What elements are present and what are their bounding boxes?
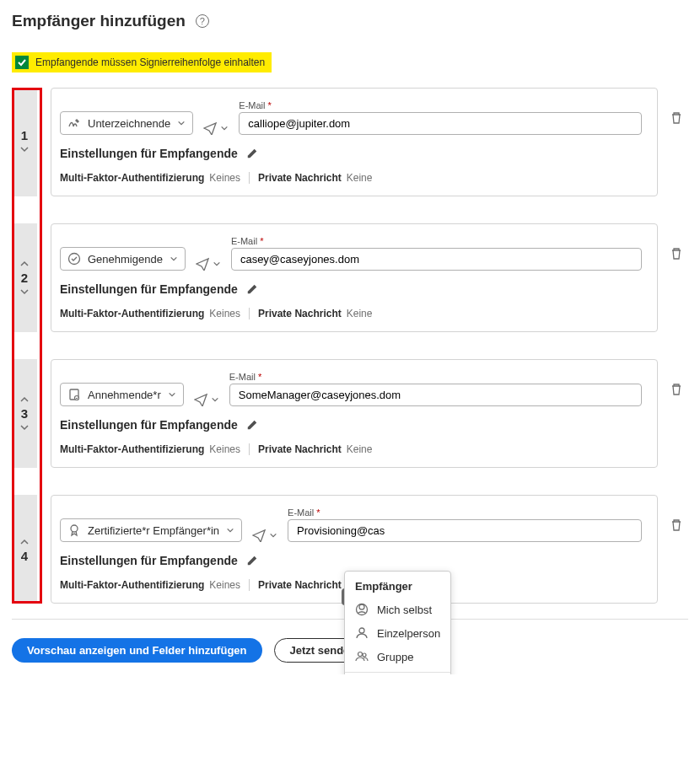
recipient-card: Unterzeichnende E-Mail * Einstellungen f…: [51, 88, 658, 196]
move-down-icon[interactable]: [19, 144, 30, 154]
email-input[interactable]: [288, 519, 642, 542]
role-label: Genehmigende: [88, 253, 163, 266]
role-select[interactable]: Genehmigende: [60, 247, 186, 271]
send-icon[interactable]: [252, 529, 266, 542]
private-label: Private Nachricht: [258, 308, 342, 319]
edit-icon[interactable]: [246, 283, 258, 295]
signing-order-checkbox-row: Empfangende müssen Signierreihenfolge ei…: [12, 52, 272, 72]
private-value: Keine: [347, 172, 373, 184]
private-label: Private Nachricht: [258, 443, 342, 455]
move-down-icon[interactable]: [19, 287, 30, 297]
recipient-row: 3 Annehmende*r E-Mail * E: [12, 359, 688, 468]
order-number: 1: [21, 128, 28, 142]
chevron-down-icon: [226, 526, 234, 534]
role-select[interactable]: Unterzeichnende: [60, 111, 193, 135]
order-number: 4: [21, 549, 28, 563]
role-label: Zertifizierte*r Empfänger*in: [88, 524, 219, 537]
page-title: Empfänger hinzufügen: [12, 12, 186, 30]
delete-icon[interactable]: [670, 111, 683, 125]
mfa-label: Multi-Faktor-Authentifizierung: [60, 172, 204, 184]
send-icon[interactable]: [203, 121, 217, 135]
order-column: 2: [12, 223, 37, 332]
role-label: Annehmende*r: [88, 389, 161, 401]
edit-icon[interactable]: [246, 555, 258, 566]
settings-title: Einstellungen für Empfangende: [60, 554, 238, 567]
settings-title: Einstellungen für Empfangende: [60, 147, 238, 160]
signing-order-label: Empfangende müssen Signierreihenfolge ei…: [35, 56, 265, 68]
signing-order-checkbox[interactable]: [15, 56, 29, 69]
mfa-label: Multi-Faktor-Authentifizierung: [60, 308, 204, 319]
chevron-down-icon: [177, 119, 186, 127]
private-value: Keine: [347, 443, 373, 455]
group-icon: [355, 650, 369, 663]
recipient-row: 4 Zertifizierte*r Empfänger*in E-Mail *: [12, 495, 688, 604]
email-label: E-Mail *: [239, 100, 642, 110]
recipient-row: 2 Genehmigende E-Mail * E: [12, 223, 688, 332]
move-up-icon[interactable]: [19, 259, 30, 269]
order-number: 3: [21, 406, 28, 421]
certified-icon: [67, 523, 81, 537]
send-icon[interactable]: [196, 257, 209, 271]
move-down-icon[interactable]: [19, 422, 30, 432]
user-icon: [355, 626, 369, 640]
chevron-down-icon[interactable]: [211, 395, 219, 404]
email-label: E-Mail *: [229, 372, 642, 382]
acceptor-icon: [67, 388, 81, 401]
user-self-icon: [355, 603, 369, 616]
delete-icon[interactable]: [670, 247, 683, 260]
help-icon[interactable]: ?: [196, 14, 209, 28]
mfa-value: Keines: [209, 443, 240, 455]
edit-icon[interactable]: [246, 148, 258, 159]
delete-icon[interactable]: [670, 383, 683, 396]
recipient-card: Annehmende*r E-Mail * Einstellungen für …: [51, 359, 658, 468]
chevron-down-icon: [168, 390, 176, 399]
popup-item-group[interactable]: Gruppe: [345, 645, 450, 668]
order-column: 4: [12, 495, 37, 604]
settings-title: Einstellungen für Empfangende: [60, 418, 238, 432]
chevron-down-icon: [170, 255, 178, 263]
send-icon[interactable]: [194, 393, 207, 406]
email-label: E-Mail *: [288, 507, 642, 518]
mfa-value: Keines: [209, 308, 240, 319]
recipient-type-popup: Empfänger Mich selbst Einzelperson Grupp…: [344, 571, 451, 674]
role-select[interactable]: Zertifizierte*r Empfänger*in: [60, 518, 242, 542]
private-value: Keine: [347, 308, 373, 319]
chevron-down-icon[interactable]: [220, 124, 229, 132]
order-column: 3: [12, 359, 37, 468]
delete-icon[interactable]: [670, 518, 683, 532]
popup-item-individual[interactable]: Einzelperson: [345, 621, 450, 645]
approver-icon: [67, 252, 81, 266]
chevron-down-icon[interactable]: [269, 531, 277, 539]
email-input[interactable]: [229, 384, 642, 406]
order-column: 1: [12, 88, 37, 196]
recipient-card: Genehmigende E-Mail * Einstellungen für …: [51, 223, 658, 332]
signer-icon: [67, 116, 81, 130]
mfa-value: Keines: [209, 172, 240, 184]
email-input[interactable]: [231, 248, 642, 271]
role-label: Unterzeichnende: [88, 117, 170, 130]
private-label: Private Nachricht: [258, 172, 342, 184]
popup-item-self[interactable]: Mich selbst: [345, 598, 450, 621]
order-number: 2: [21, 271, 28, 285]
mfa-label: Multi-Faktor-Authentifizierung: [60, 443, 204, 455]
settings-title: Einstellungen für Empfangende: [60, 282, 238, 296]
email-input[interactable]: [239, 112, 642, 135]
popup-title: Empfänger: [345, 577, 450, 598]
recipient-row: 1 Unterzeichnende E-Mail *: [12, 88, 688, 196]
role-select[interactable]: Annehmende*r: [60, 383, 184, 406]
edit-icon[interactable]: [246, 419, 258, 431]
chevron-down-icon[interactable]: [213, 260, 221, 268]
move-up-icon[interactable]: [19, 395, 30, 405]
preview-button[interactable]: Vorschau anzeigen und Felder hinzufügen: [12, 638, 262, 663]
email-label: E-Mail *: [231, 236, 642, 246]
move-up-icon[interactable]: [19, 537, 30, 547]
